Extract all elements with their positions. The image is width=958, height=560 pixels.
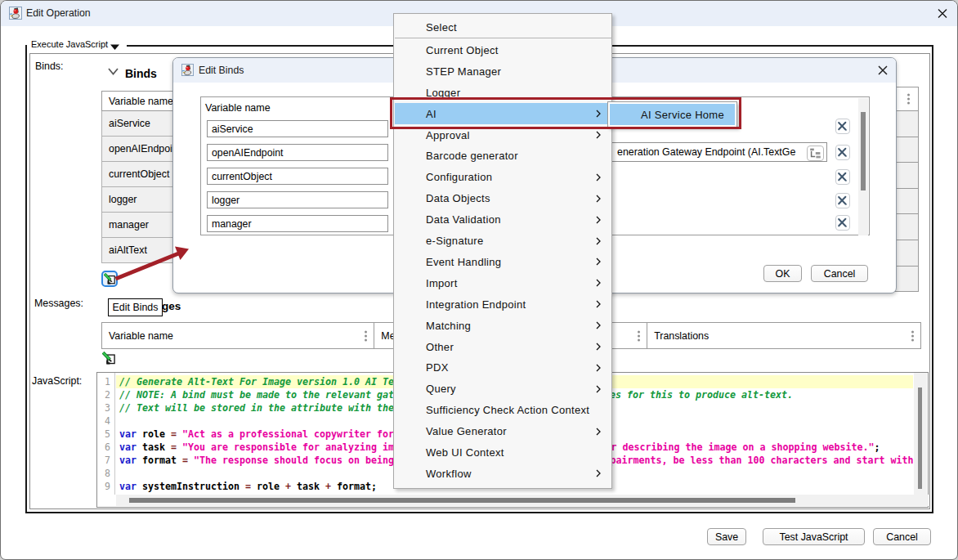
menu-item-web-ui-context[interactable]: Web UI Context	[395, 442, 611, 464]
menu-item-query[interactable]: Query	[395, 379, 611, 400]
scrollbar-thumb[interactable]	[861, 112, 866, 190]
bind-name-input[interactable]: openAIEndpoint	[207, 144, 388, 161]
line-number: 5	[94, 428, 110, 441]
messages-column-header[interactable]: Translations	[647, 323, 920, 348]
submenu-arrow-icon	[596, 279, 601, 287]
binds-label: Binds:	[35, 60, 63, 72]
submenu-arrow-icon	[596, 321, 601, 329]
messages-column-header[interactable]: Variable name	[102, 323, 374, 348]
code-line: var systemInstruction = role + task + fo…	[119, 480, 377, 493]
menu-item-event-handling[interactable]: Event Handling	[395, 252, 611, 273]
javascript-label: JavaScript:	[32, 375, 82, 387]
test-javascript-button[interactable]: Test JavaScript	[763, 528, 865, 545]
line-number: 3	[94, 401, 110, 414]
menu-item-integration-endpoint[interactable]: Integration Endpoint	[395, 293, 611, 315]
line-number: 8	[94, 467, 110, 480]
delete-bind-button[interactable]	[835, 215, 850, 231]
groupbox-dropdown-icon[interactable]	[110, 43, 120, 51]
line-number: 6	[94, 441, 110, 454]
code-line: var role = "Act as a professional copywr…	[119, 428, 394, 441]
submenu-arrow-icon	[596, 216, 601, 224]
column-menu-icon[interactable]	[638, 329, 641, 343]
menu-item-barcode-generator[interactable]: Barcode generator	[395, 146, 611, 167]
line-number: 2	[94, 388, 110, 401]
list-column-header: Variable name	[205, 102, 271, 114]
submenu-arrow-icon	[596, 343, 601, 351]
code-line: // Text will be stored in the attribute …	[119, 401, 394, 414]
binds-section-header[interactable]: Binds	[125, 67, 157, 80]
menu-item-e-signature[interactable]: e-Signature	[395, 231, 611, 252]
browse-hierarchy-button[interactable]	[807, 146, 824, 161]
bind-name-input[interactable]: manager	[207, 215, 388, 232]
code-line: var task = "You are responsible for anal…	[119, 441, 394, 454]
menu-item-other[interactable]: Other	[395, 336, 611, 357]
bind-name-input[interactable]: logger	[207, 191, 388, 208]
list-scrollbar[interactable]	[858, 98, 868, 235]
edit-messages-button[interactable]	[102, 352, 115, 365]
code-line: // Generate Alt-Text For Image version 1…	[119, 375, 394, 388]
menu-item-import[interactable]: Import	[395, 272, 611, 293]
dialog-close-icon[interactable]	[876, 64, 889, 77]
menu-separator	[395, 38, 612, 38]
menu-item-pdx[interactable]: PDX	[395, 357, 611, 379]
submenu-arrow-icon	[596, 364, 601, 372]
menu-item-data-objects[interactable]: Data Objects	[395, 188, 611, 209]
column-menu-icon[interactable]	[365, 329, 368, 343]
menu-item-matching[interactable]: Matching	[395, 315, 611, 336]
line-number-gutter: 123456789	[97, 373, 115, 495]
code-line: // NOTE: A bind must be made to the rele…	[119, 388, 394, 401]
edit-binds-tooltip: Edit Binds	[108, 298, 163, 316]
submenu-arrow-icon	[596, 428, 601, 436]
submenu-arrow-icon	[596, 195, 601, 203]
delete-bind-button[interactable]	[835, 193, 850, 208]
cancel-button[interactable]: Cancel	[873, 528, 931, 545]
line-number: 7	[94, 454, 110, 467]
messages-label: Messages:	[34, 298, 83, 309]
editor-horizontal-scrollbar[interactable]	[116, 495, 929, 506]
context-menu: SelectCurrent ObjectSTEP ManagerLoggerAI…	[393, 13, 612, 489]
dialog-cancel-button[interactable]: Cancel	[811, 265, 868, 282]
line-number: 9	[94, 480, 110, 493]
save-button[interactable]: Save	[707, 528, 746, 545]
menu-item-current-object[interactable]: Current Object	[395, 40, 611, 61]
delete-bind-button[interactable]	[835, 119, 850, 134]
dialog-app-icon	[181, 64, 194, 76]
annotation-arrow	[107, 242, 197, 291]
submenu-arrow-icon	[596, 258, 601, 266]
window-title: Edit Operation	[26, 7, 91, 19]
bind-name-input[interactable]: currentObject	[207, 168, 388, 185]
code-line: var format = "The response should focus …	[119, 454, 394, 467]
annotation-rectangle	[390, 97, 741, 129]
submenu-arrow-icon	[596, 131, 601, 139]
line-number: 4	[94, 414, 110, 428]
menu-item-step-manager[interactable]: STEP Manager	[395, 60, 611, 82]
submenu-arrow-icon	[596, 237, 601, 245]
submenu-arrow-icon	[596, 385, 601, 393]
messages-section-header-fragment[interactable]: ges	[162, 300, 181, 312]
app-icon	[9, 7, 22, 20]
menu-item-select[interactable]: Select	[395, 17, 611, 38]
scrollbar-thumb[interactable]	[129, 498, 795, 503]
edit-operation-window: Edit Operation Execute JavaScript Binds:…	[0, 0, 958, 560]
column-menu-icon[interactable]	[911, 329, 915, 343]
close-icon[interactable]	[934, 6, 951, 21]
chevron-down-icon[interactable]	[107, 67, 119, 76]
menu-item-configuration[interactable]: Configuration	[395, 167, 611, 188]
submenu-arrow-icon	[596, 173, 601, 181]
scrollbar-thumb[interactable]	[918, 388, 922, 489]
groupbox-label: Execute JavaScript	[31, 39, 108, 49]
menu-item-sufficiency-check-action-context[interactable]: Sufficiency Check Action Context	[395, 400, 611, 421]
submenu-arrow-icon	[596, 300, 601, 308]
delete-bind-button[interactable]	[835, 169, 850, 185]
menu-item-value-generator[interactable]: Value Generator	[395, 421, 611, 442]
delete-bind-button[interactable]	[835, 145, 850, 160]
menu-item-workflow[interactable]: Workflow	[395, 464, 611, 485]
bind-name-input[interactable]: aiService	[207, 120, 388, 137]
column-menu-icon[interactable]	[907, 92, 911, 106]
menu-item-data-validation[interactable]: Data Validation	[395, 209, 611, 231]
ok-button[interactable]: OK	[763, 265, 802, 282]
dialog-title: Edit Binds	[199, 65, 244, 76]
line-number: 1	[94, 375, 110, 388]
submenu-arrow-icon	[596, 469, 601, 477]
editor-vertical-scrollbar[interactable]	[914, 373, 927, 495]
